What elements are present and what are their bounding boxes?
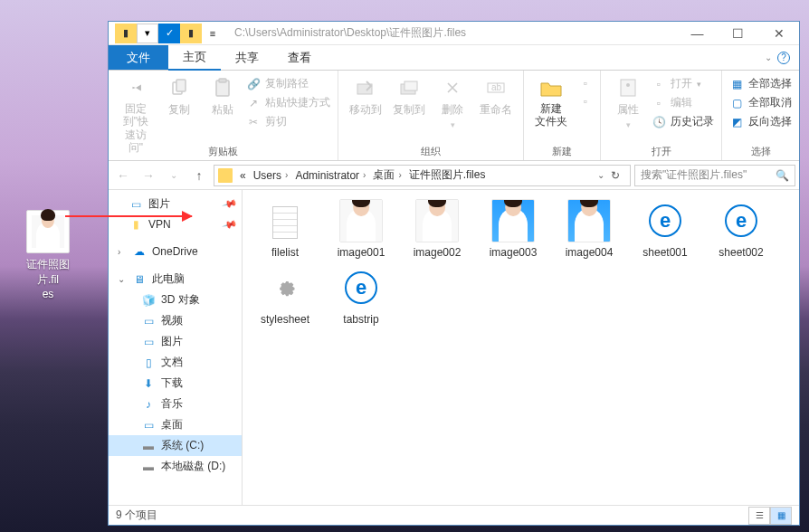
help-icon: ? xyxy=(777,52,790,64)
documents-icon: ▯ xyxy=(141,356,156,370)
bc-folder[interactable]: 证件照图片.files xyxy=(405,167,490,183)
properties-button[interactable]: 属性▾ xyxy=(608,74,648,131)
chevron-right-icon: › xyxy=(118,247,127,257)
qat-checked-icon[interactable]: ✓ xyxy=(158,24,180,43)
qat-folder-icon[interactable]: ▮ xyxy=(180,24,202,43)
cut-button[interactable]: ✂剪切 xyxy=(246,114,330,129)
sidebar-item-thispc[interactable]: ⌄🖥此电脑 xyxy=(109,269,242,290)
sidebar-item-disk-d[interactable]: ▬本地磁盘 (D:) xyxy=(109,456,242,477)
file-image001[interactable]: image001 xyxy=(326,199,396,259)
file-label: tabstrip xyxy=(343,313,378,326)
paste-button[interactable]: 粘贴 xyxy=(203,74,243,119)
invert-select-button[interactable]: ◩反向选择 xyxy=(729,114,792,129)
titlebar[interactable]: ▮ ▾ ✓ ▮ ≡ C:\Users\Administrator\Desktop… xyxy=(109,22,799,45)
pin-to-quick-access-button[interactable]: 固定到"快 速访问" xyxy=(116,74,156,157)
explorer-window: ▮ ▾ ✓ ▮ ≡ C:\Users\Administrator\Desktop… xyxy=(108,21,800,526)
back-button[interactable]: ← xyxy=(112,165,134,186)
history-button[interactable]: 🕓历史记录 xyxy=(652,114,714,129)
sidebar-item-documents[interactable]: ▯文档 xyxy=(109,352,242,373)
delete-button[interactable]: 删除▾ xyxy=(433,74,472,131)
rename-button[interactable]: ab 重命名 xyxy=(476,74,516,119)
new-item-button[interactable]: ▫ xyxy=(578,76,593,90)
shortcut-icon: ↗ xyxy=(246,96,261,110)
copy-button[interactable]: 复制 xyxy=(159,74,199,119)
newfolder-icon xyxy=(539,76,563,100)
pictures-icon: ▭ xyxy=(128,197,143,212)
refresh-button[interactable]: ↻ xyxy=(604,169,626,182)
qat-dropdown[interactable]: ≡ xyxy=(202,24,224,43)
edit-icon: ▫ xyxy=(652,96,666,110)
nav-sidebar[interactable]: ▭图片📌 ▮VPN📌 ›☁OneDrive ⌄🖥此电脑 🧊3D 对象 ▭视频 ▭… xyxy=(109,190,243,505)
sidebar-item-pictures-qa[interactable]: ▭图片📌 xyxy=(109,194,242,214)
search-icon: 🔍 xyxy=(776,169,789,182)
annotation-arrow xyxy=(65,215,192,217)
chevron-down-icon: ⌄ xyxy=(118,274,127,284)
copy-to-button[interactable]: 复制到 xyxy=(389,74,429,119)
file-stylesheet[interactable]: stylesheet xyxy=(250,266,320,326)
sidebar-item-3d[interactable]: 🧊3D 对象 xyxy=(109,290,242,310)
bc-admin[interactable]: Administrator› xyxy=(291,169,369,182)
ribbon-help[interactable]: ⌄ ? xyxy=(765,45,799,70)
breadcrumb[interactable]: « Users› Administrator› 桌面› 证件照图片.files … xyxy=(214,165,631,186)
new-folder-button[interactable]: 新建 文件夹 xyxy=(531,74,571,130)
sidebar-item-downloads[interactable]: ⬇下载 xyxy=(109,373,242,394)
icons-view-button[interactable]: ▦ xyxy=(770,507,792,525)
document-icon xyxy=(272,206,298,239)
sidebar-item-videos[interactable]: ▭视频 xyxy=(109,310,242,331)
image-thumbnail xyxy=(415,199,459,242)
tab-file[interactable]: 文件 xyxy=(109,45,168,70)
easy-access-button[interactable]: ▫ xyxy=(578,94,593,109)
rename-icon: ab xyxy=(484,76,508,100)
folder-icon[interactable]: ▮ xyxy=(115,24,137,43)
up-button[interactable]: ↑ xyxy=(188,165,210,186)
sidebar-item-pictures[interactable]: ▭图片 xyxy=(109,331,242,352)
close-button[interactable]: ✕ xyxy=(758,22,799,45)
bc-dropdown[interactable]: ⌄ xyxy=(597,170,604,180)
view-switcher: ☰ ▦ xyxy=(748,507,792,525)
ribbon-group-select: ▦全部选择 ▢全部取消 ◩反向选择 选择 xyxy=(722,71,799,160)
sidebar-item-vpn[interactable]: ▮VPN📌 xyxy=(109,214,242,234)
sidebar-item-music[interactable]: ♪音乐 xyxy=(109,394,242,414)
paste-shortcut-button[interactable]: ↗粘贴快捷方式 xyxy=(246,95,330,110)
forward-button[interactable]: → xyxy=(138,165,159,186)
minimize-button[interactable]: — xyxy=(677,22,718,45)
select-all-button[interactable]: ▦全部选择 xyxy=(729,76,792,91)
tab-view[interactable]: 查看 xyxy=(273,45,326,70)
file-filelist[interactable]: filelist xyxy=(250,199,320,259)
file-image004[interactable]: image004 xyxy=(554,199,624,259)
recent-dropdown[interactable]: ⌄ xyxy=(163,165,185,186)
move-to-button[interactable]: 移动到 xyxy=(346,74,385,119)
search-placeholder: 搜索"证件照图片.files" xyxy=(641,167,747,183)
pin-icon xyxy=(124,76,148,100)
file-list[interactable]: filelist image001 image002 image003 imag… xyxy=(243,190,799,505)
tab-home[interactable]: 主页 xyxy=(168,45,221,71)
details-view-button[interactable]: ☰ xyxy=(748,507,770,525)
selectall-icon: ▦ xyxy=(729,77,744,91)
select-none-button[interactable]: ▢全部取消 xyxy=(729,95,792,110)
bc-users[interactable]: Users› xyxy=(250,169,292,182)
file-sheet001[interactable]: e sheet001 xyxy=(630,199,700,259)
file-image003[interactable]: image003 xyxy=(478,199,548,259)
sidebar-item-system-c[interactable]: ▬系统 (C:) xyxy=(109,435,242,456)
svg-point-10 xyxy=(626,83,630,87)
sidebar-item-sidedesktop[interactable]: ▭桌面 xyxy=(109,414,242,435)
bc-overflow[interactable]: « xyxy=(236,169,250,182)
copy-path-button[interactable]: 🔗复制路径 xyxy=(246,76,330,91)
open-button[interactable]: ▫打开▾ xyxy=(652,76,714,91)
file-image002[interactable]: image002 xyxy=(402,199,472,259)
desktop-folder-icon[interactable]: 证件照图片.fil es xyxy=(16,210,80,300)
image-thumbnail xyxy=(491,199,535,242)
ribbon-group-organize: 移动到 复制到 删除▾ ab 重命名 组织 xyxy=(338,71,524,160)
maximize-button[interactable]: ☐ xyxy=(718,22,758,45)
status-bar: 9 个项目 ☰ ▦ xyxy=(109,505,799,525)
group-open-label: 打开 xyxy=(601,145,721,158)
sidebar-item-onedrive[interactable]: ›☁OneDrive xyxy=(109,242,242,261)
svg-rect-9 xyxy=(621,80,635,96)
bc-desktop[interactable]: 桌面› xyxy=(369,167,404,183)
tab-share[interactable]: 共享 xyxy=(221,45,273,70)
group-clipboard-label: 剪贴板 xyxy=(109,145,338,158)
file-tabstrip[interactable]: e tabstrip xyxy=(326,266,396,326)
file-sheet002[interactable]: e sheet002 xyxy=(706,199,776,259)
edit-button[interactable]: ▫编辑 xyxy=(652,95,714,110)
search-input[interactable]: 搜索"证件照图片.files" 🔍 xyxy=(634,165,795,186)
